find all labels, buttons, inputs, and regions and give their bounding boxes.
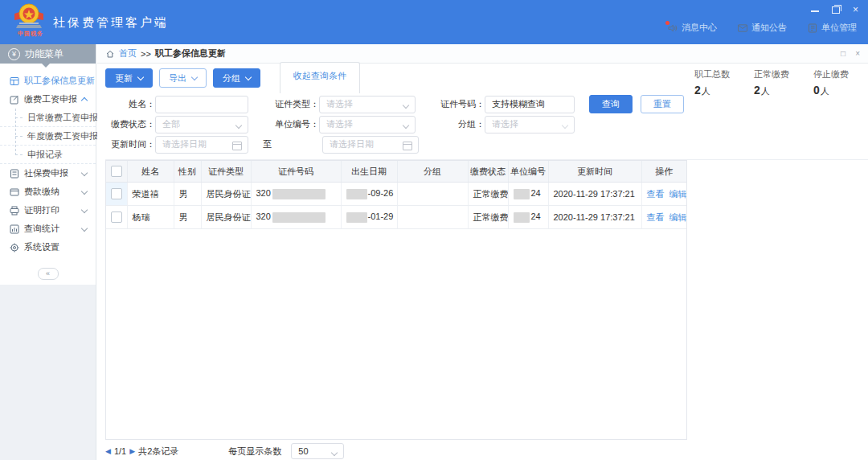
sidebar-item-annual-wage-declaration[interactable]: 年度缴费工资申报 (0, 127, 96, 146)
update-time-start-input[interactable]: 请选择日期 (155, 136, 248, 154)
redaction-block (346, 212, 367, 223)
prev-page-icon[interactable]: ◀ (105, 447, 111, 455)
cell-actions: 查看编辑 (641, 183, 686, 206)
col-gender: 性别 (174, 161, 201, 183)
row-checkbox[interactable] (111, 188, 122, 199)
cell-gender: 男 (174, 183, 201, 206)
minimize-icon[interactable] (811, 10, 819, 12)
sidebar-item-label: 缴费工资申报 (24, 93, 77, 105)
sidebar-item-certificate-printing[interactable]: 证明打印 (0, 201, 96, 220)
yen-circle-icon: ¥ (8, 48, 20, 60)
chevron-down-icon (403, 121, 409, 128)
chevron-down-icon (562, 121, 568, 128)
sidebar-submenu-wage-declaration: 日常缴费工资申报 年度缴费工资申报 申报记录 (0, 109, 96, 164)
cell-cert-no: 320 (251, 183, 341, 206)
notification-dot (665, 21, 669, 25)
app-title: 社保费管理客户端 (53, 15, 169, 31)
unit-no-select[interactable]: 请选择 (319, 116, 416, 133)
name-input[interactable] (155, 96, 248, 113)
cell-unit-no: 24 (508, 206, 548, 229)
calendar-icon (403, 142, 412, 150)
reset-button[interactable]: 重置 (641, 95, 684, 113)
cert-no-label: 证件号码： (427, 98, 485, 110)
sidebar-item-fee-payment[interactable]: 费款缴纳 (0, 183, 96, 201)
cell-name: 荣道禧 (127, 183, 174, 206)
edit-square-icon (10, 95, 19, 105)
export-button[interactable]: 导出 (159, 68, 207, 88)
sidebar-item-label: 职工参保信息更新 (24, 75, 95, 87)
group-value: 请选择 (492, 118, 518, 130)
col-actions: 操作 (641, 161, 686, 183)
stat-label: 停止缴费 (813, 68, 849, 80)
stat-label: 正常缴费 (754, 68, 789, 80)
col-group: 分组 (397, 161, 468, 183)
view-link[interactable]: 查看 (647, 212, 665, 222)
to-label: 至 (260, 138, 322, 150)
stat-total-employees: 职工总数 2人 (694, 68, 730, 97)
panel-restore-icon[interactable]: □ (841, 49, 845, 58)
sidebar-item-label: 费款缴纳 (24, 186, 77, 198)
chevron-down-icon (137, 73, 144, 80)
stat-normal-payment: 正常缴费 2人 (754, 68, 789, 97)
sidebar-item-wage-declaration[interactable]: 缴费工资申报 (0, 90, 96, 109)
select-all-checkbox[interactable] (111, 166, 122, 177)
grid-icon (10, 76, 19, 86)
results-table: 姓名 性别 证件类型 证件号码 出生日期 分组 缴费状态 单位编号 更新时间 操… (106, 161, 686, 229)
cert-type-label: 证件类型： (260, 98, 319, 110)
sidebar-item-declaration-records[interactable]: 申报记录 (0, 146, 96, 164)
cert-no-prefix: 320 (256, 212, 271, 221)
chevron-up-icon (81, 97, 88, 104)
per-page-select[interactable]: 50 (291, 443, 344, 459)
window-controls: × (811, 6, 858, 14)
update-button[interactable]: 更新 (105, 68, 153, 88)
unit-no-suffix: 24 (531, 212, 541, 221)
cert-no-input[interactable]: 支持模糊查询 (485, 96, 575, 113)
unit-management-button[interactable]: 单位管理 (808, 22, 857, 34)
cell-actions: 查看编辑 (641, 206, 686, 229)
redaction-block (272, 189, 326, 199)
group-button[interactable]: 分组 (213, 68, 260, 88)
update-time-end-input[interactable]: 请选择日期 (322, 136, 419, 154)
search-button[interactable]: 查询 (589, 95, 633, 113)
cell-unit-no: 24 (508, 183, 548, 206)
breadcrumb-home[interactable]: 首页 (119, 47, 137, 60)
notice-button[interactable]: 通知公告 (738, 22, 787, 34)
sidebar-item-employee-insurance-update[interactable]: 职工参保信息更新 (0, 72, 96, 90)
restore-icon[interactable] (832, 6, 840, 14)
close-icon[interactable]: × (853, 6, 858, 14)
sidebar-item-social-insurance-declaration[interactable]: 社保费申报 (0, 164, 96, 183)
message-center-button[interactable]: 消息中心 (668, 22, 717, 34)
view-link[interactable]: 查看 (647, 189, 665, 199)
pagination-bar: ◀ 1/1 ▶ 共2条记录 每页显示条数 50 (105, 442, 868, 460)
edit-link[interactable]: 编辑 (669, 212, 687, 222)
results-table-container: 姓名 性别 证件类型 证件号码 出生日期 分组 缴费状态 单位编号 更新时间 操… (105, 160, 687, 440)
date-placeholder: 请选择日期 (330, 138, 374, 150)
breadcrumb-separator: >> (141, 49, 151, 59)
edit-link[interactable]: 编辑 (669, 189, 687, 199)
envelope-icon (738, 23, 747, 33)
birth-suffix: -01-29 (368, 212, 394, 221)
stat-value: 0 (813, 84, 820, 97)
panel-close-icon[interactable]: × (855, 49, 860, 58)
speaker-icon (668, 23, 678, 33)
cell-cert-type: 居民身份证 (201, 183, 251, 206)
row-checkbox[interactable] (111, 212, 122, 223)
sidebar-item-system-settings[interactable]: 系统设置 (0, 238, 96, 257)
collapse-query-tab[interactable]: 收起查询条件 (280, 62, 360, 93)
update-time-label: 更新时间： (105, 138, 155, 150)
sidebar-item-label: 社保费申报 (24, 167, 77, 179)
page-content: 职工总数 2人 正常缴费 2人 停止缴费 0人 更新 导出 分组 (97, 64, 868, 460)
pay-status-select[interactable]: 全部 (155, 116, 248, 133)
home-icon (105, 49, 115, 59)
reset-button-label: 重置 (653, 98, 671, 110)
export-button-label: 导出 (169, 72, 186, 84)
group-select[interactable]: 请选择 (485, 116, 575, 133)
chevron-down-icon (81, 187, 88, 194)
pay-status-label: 缴费状态： (105, 118, 155, 130)
next-page-icon[interactable]: ▶ (129, 447, 135, 455)
sidebar-collapse-button[interactable]: « (38, 268, 59, 280)
cert-type-select[interactable]: 请选择 (319, 96, 416, 113)
sidebar-item-query-statistics[interactable]: 查询统计 (0, 220, 96, 238)
sidebar-item-daily-wage-declaration[interactable]: 日常缴费工资申报 (0, 109, 96, 127)
breadcrumb-bar: 首页 >> 职工参保信息更新 □ × (97, 44, 868, 64)
